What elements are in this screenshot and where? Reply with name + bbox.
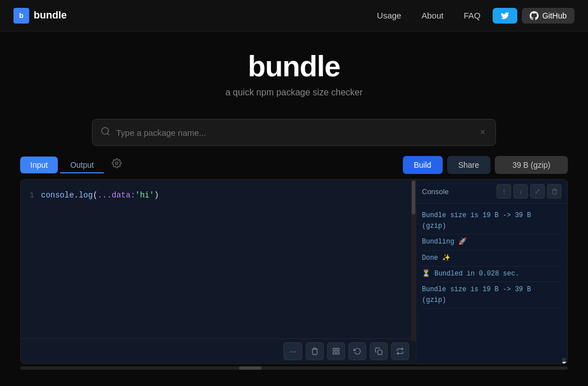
line-numbers: 1 [21,189,41,329]
console-message-2: Bundling 🚀 [422,235,562,250]
console-pane: Console ↑ ↓ ⤢ Bundle size is 19 B -> 39 … [416,179,568,364]
size-display: 39 B (gzip) [495,156,568,174]
console-scroll-down[interactable]: ▾ [562,358,566,361]
console-resize-button[interactable]: ⤢ [530,184,545,199]
tab-output[interactable]: Output [60,157,104,173]
build-button[interactable]: Build [403,156,443,174]
copy-icon [375,347,383,355]
search-container: × [0,119,588,146]
code-line-1: console.log ( ...data: 'hi' ) [41,189,405,202]
console-clear-button[interactable] [547,184,562,199]
svg-rect-4 [337,348,339,351]
twitter-button[interactable] [493,8,517,24]
hero-title: bundle [0,49,588,83]
logo-icon: b [13,8,29,24]
trash-icon [311,347,319,355]
wrap-icon [396,347,404,355]
trash-icon-small [552,189,558,195]
github-icon [530,11,539,20]
svg-rect-5 [337,352,339,354]
search-input[interactable] [116,128,478,137]
share-button[interactable]: Share [447,156,490,174]
twitter-icon [500,11,509,20]
tab-group: Input Output [20,155,127,174]
copy-button[interactable] [370,342,388,360]
grid-icon [332,347,340,355]
search-box: × [92,119,496,146]
console-up-button[interactable]: ↑ [497,184,511,199]
editor-horizontal-scrollbar[interactable] [20,366,568,370]
settings-button[interactable] [106,155,127,174]
main-content: 1 console.log ( ...data: 'hi' ) ··· [0,179,588,364]
header: b bundle Usage About FAQ GitHub [0,0,588,31]
hero-section: bundle a quick npm package size checker [0,31,588,109]
wrap-button[interactable] [391,342,409,360]
code-content[interactable]: console.log ( ...data: 'hi' ) [41,189,416,329]
console-message-5: Bundle size is 19 B -> 39 B(gzip) [422,282,562,309]
line-number-1: 1 [27,189,34,202]
console-body[interactable]: Bundle size is 19 B -> 39 B(gzip) Bundli… [416,204,567,358]
editor-toolbar: Input Output Build Share 39 B (gzip) [0,155,588,174]
github-label: GitHub [542,11,567,20]
code-string: 'hi' [135,189,154,202]
nav-faq[interactable]: FAQ [456,7,488,24]
editor-scrollbar[interactable] [411,180,416,338]
svg-rect-3 [333,348,336,351]
github-button[interactable]: GitHub [522,8,575,24]
delete-button[interactable] [306,342,324,360]
reload-button[interactable] [348,342,366,360]
refresh-icon [353,347,361,355]
logo-area: b bundle [13,8,67,24]
svg-line-1 [107,133,109,135]
tab-input[interactable]: Input [20,157,58,173]
nav-about[interactable]: About [414,7,451,24]
code-function: console.log [41,189,93,202]
action-group: Build Share 39 B (gzip) [403,156,568,174]
console-header: Console ↑ ↓ ⤢ [416,180,567,204]
settings-icon [112,158,122,168]
console-title: Console [422,187,449,196]
console-down-button[interactable]: ↓ [513,184,528,199]
code-spread: ...data: [98,189,135,202]
svg-point-2 [116,162,118,165]
console-actions: ↑ ↓ ⤢ [497,184,562,199]
svg-rect-6 [333,352,336,354]
search-clear-button[interactable]: × [478,125,488,140]
console-message-4: ⏳ Bundled in 0.028 sec. [422,266,562,282]
code-area[interactable]: 1 console.log ( ...data: 'hi' ) [21,180,416,338]
code-close-paren: ) [154,189,159,202]
nav-usage[interactable]: Usage [369,7,409,24]
search-icon [100,126,111,139]
editor-pane: 1 console.log ( ...data: 'hi' ) ··· [20,179,416,364]
main-nav: Usage About FAQ GitHub [369,7,575,24]
hero-subtitle: a quick npm package size checker [0,88,588,98]
horizontal-scrollbar-thumb [239,366,261,370]
console-message-3: Done ✨ [422,251,562,266]
format-button[interactable] [327,342,345,360]
editor-bottom-toolbar: ··· [21,338,416,364]
logo-text: bundle [34,10,67,21]
code-open-paren: ( [93,189,97,202]
scrollbar-thumb [412,181,415,214]
ellipsis-icon: ··· [290,347,296,356]
svg-rect-7 [378,350,382,355]
more-options-button[interactable]: ··· [283,342,302,360]
svg-point-0 [102,127,108,134]
console-message-1: Bundle size is 19 B -> 39 B(gzip) [422,208,562,235]
